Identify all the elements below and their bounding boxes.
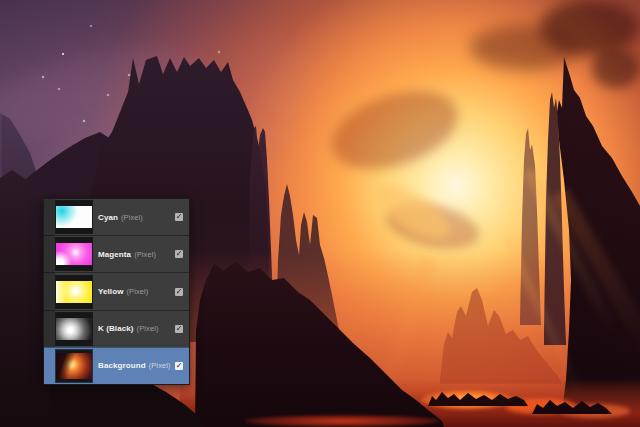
visibility-checkbox[interactable]: ✓ [175,213,183,221]
visibility-checkbox[interactable]: ✓ [175,250,183,258]
layer-name: Background(Pixel) [98,361,171,370]
smoke-cloud [592,48,640,88]
layer-thumbnail-background [56,350,92,382]
app-canvas: Cyan(Pixel) ✓ Magenta(Pixel) ✓ Yellow(Pi… [0,0,640,427]
stars [62,53,64,55]
layer-thumbnail-magenta [56,238,92,270]
layer-kind: (Pixel) [137,324,159,333]
layer-thumbnail-yellow [56,276,92,308]
layer-name: Cyan(Pixel) [98,213,143,222]
layer-row-background[interactable]: Background(Pixel) ✓ [44,347,189,384]
layer-row-yellow[interactable]: Yellow(Pixel) ✓ [44,272,189,309]
visibility-checkbox[interactable]: ✓ [175,362,183,370]
layer-row-cyan[interactable]: Cyan(Pixel) ✓ [44,199,189,235]
visibility-checkbox[interactable]: ✓ [175,325,183,333]
layer-name: Yellow(Pixel) [98,287,148,296]
layer-kind: (Pixel) [149,361,171,370]
layers-panel: Cyan(Pixel) ✓ Magenta(Pixel) ✓ Yellow(Pi… [43,198,190,385]
layer-kind: (Pixel) [121,213,143,222]
layer-thumbnail-k-black [56,313,92,345]
lava-glow-front [245,415,440,427]
layer-kind: (Pixel) [127,287,149,296]
visibility-checkbox[interactable]: ✓ [175,288,183,296]
layer-name: K (Black)(Pixel) [98,324,159,333]
layer-thumbnail-cyan [56,201,92,233]
layer-row-magenta[interactable]: Magenta(Pixel) ✓ [44,235,189,272]
layer-kind: (Pixel) [134,250,156,259]
layer-row-k-black[interactable]: K (Black)(Pixel) ✓ [44,310,189,347]
smoke-cloud [470,25,580,70]
layer-name: Magenta(Pixel) [98,250,156,259]
